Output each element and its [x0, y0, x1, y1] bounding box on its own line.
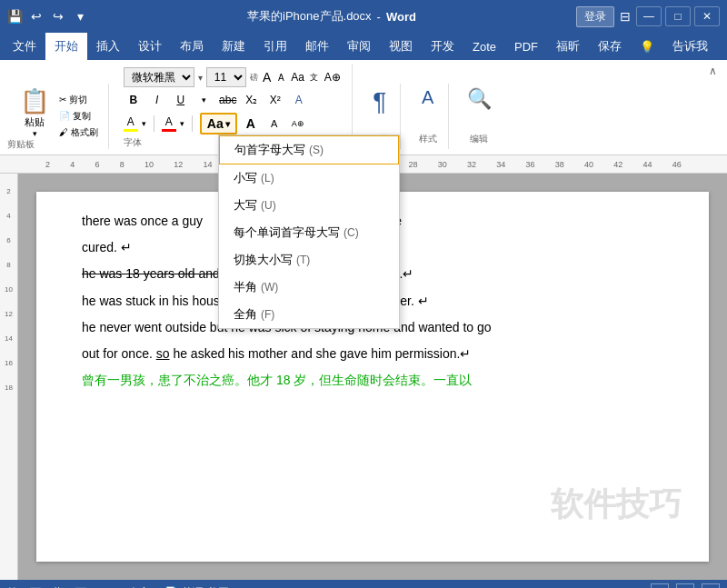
quick-access-arrow[interactable]: ▾	[73, 9, 87, 24]
ribbon-collapse-button[interactable]: ∧	[705, 64, 720, 78]
menu-insert[interactable]: 插入	[87, 33, 129, 60]
size-unit: 磅	[250, 72, 258, 84]
uppercase-item[interactable]: 大写 (U)	[219, 192, 399, 219]
menu-tell-me[interactable]: 告诉我	[663, 33, 717, 60]
menu-zote[interactable]: Zote	[463, 33, 505, 60]
title-bar: 💾 ↩ ↪ ▾ 苹果的iPhone产品.docx - Word 登录 ⊟ — □…	[0, 0, 727, 33]
close-button[interactable]: ✕	[694, 6, 720, 26]
login-button[interactable]: 登录	[576, 6, 614, 27]
font-row1: 微软雅黑 ▾ 11 磅 A A Aa 文 A⊕	[124, 67, 342, 87]
bold-button[interactable]: B	[124, 90, 144, 110]
font-color-button[interactable]: A	[162, 115, 176, 132]
sentence-case-item[interactable]: 句首字母大写 (S)	[219, 135, 399, 164]
styles-label: 样式	[419, 133, 437, 145]
left-ruler: 2 4 6 8 10 12 14 16 18	[0, 174, 18, 580]
styles-icon: A	[422, 87, 433, 108]
menu-develop[interactable]: 开发	[422, 33, 463, 60]
menu-idea-icon[interactable]: 💡	[631, 33, 663, 60]
clipboard-group: 📋 粘贴 ▾ ✂ 剪切 📄 复制 🖌 格式刷 剪贴板	[7, 84, 109, 149]
status-right: ▣ ▤ ▥	[651, 583, 720, 588]
menu-foxit[interactable]: 福昕	[547, 33, 589, 60]
change-case-button[interactable]: Aa▾	[200, 113, 237, 135]
full-width-item[interactable]: 全角 (F)	[219, 301, 399, 328]
strikethrough-button[interactable]: abc	[218, 90, 238, 110]
menu-save[interactable]: 保存	[589, 33, 631, 60]
change-case-dropdown: 句首字母大写 (S) 小写 (L) 大写 (U) 每个单词首字母大写 (C) 切…	[218, 135, 400, 329]
toggle-case-item[interactable]: 切换大小写 (T)	[219, 246, 399, 274]
underline-arrow[interactable]: ▾	[194, 90, 214, 110]
title-bar-center: 苹果的iPhone产品.docx - Word	[87, 8, 576, 25]
menu-layout[interactable]: 布局	[171, 33, 213, 60]
web-view-btn[interactable]: ▥	[702, 583, 720, 588]
font-decrease-btn[interactable]: A	[276, 67, 287, 87]
menu-home[interactable]: 开始	[45, 33, 87, 60]
save-icon[interactable]: 💾	[7, 9, 22, 24]
watermark: 软件技巧	[551, 475, 682, 534]
text-effect-button[interactable]: A	[289, 90, 309, 110]
separator1	[154, 115, 154, 132]
font-expand-btn[interactable]: A⊕	[288, 114, 308, 134]
status-bar: 第 1 页，共 4 页 1023 个字 📄 英语(美国) ▣ ▤ ▥	[0, 580, 727, 588]
title-bar-left: 💾 ↩ ↪ ▾	[7, 9, 87, 24]
font-size-label: ▾	[198, 73, 203, 83]
reading-view-btn[interactable]: ▤	[676, 583, 694, 588]
font-family-select[interactable]: 微软雅黑	[124, 67, 194, 87]
ribbon-icon[interactable]: ⊟	[618, 9, 632, 24]
superscript-button[interactable]: X²	[265, 90, 285, 110]
lowercase-item[interactable]: 小写 (L)	[219, 164, 399, 192]
doc-line-6: out for once. so he asked his mother and…	[82, 343, 663, 365]
ribbon: 📋 粘贴 ▾ ✂ 剪切 📄 复制 🖌 格式刷 剪贴板 微软雅黑 ▾ 11 磅 A	[0, 60, 727, 155]
redo-icon[interactable]: ↪	[51, 9, 65, 24]
editing-label: 编辑	[470, 133, 488, 145]
menu-file[interactable]: 文件	[4, 33, 45, 60]
menu-review[interactable]: 审阅	[338, 33, 380, 60]
font-row3: A ▾ A ▾ Aa▾ A A A⊕	[124, 113, 342, 135]
font-size-select[interactable]: 11	[206, 67, 246, 87]
half-width-item[interactable]: 半角 (W)	[219, 274, 399, 301]
phonetic-btn[interactable]: 文	[309, 67, 320, 87]
title-bar-right: 登录 ⊟ — □ ✕	[576, 6, 720, 27]
word-count: 1023 个字	[101, 585, 150, 589]
menu-references[interactable]: 引用	[254, 33, 296, 60]
paragraph-icon: ¶	[373, 87, 386, 116]
font-smaller-btn[interactable]: A	[264, 114, 284, 134]
subscript-button[interactable]: X₂	[242, 90, 262, 110]
font-row2: B I U ▾ abc X₂ X² A	[124, 90, 342, 110]
font-larger-btn[interactable]: A	[241, 114, 261, 134]
font-color-arrow[interactable]: ▾	[180, 119, 184, 128]
highlight-arrow[interactable]: ▾	[142, 119, 146, 128]
page-info: 第 1 页，共 4 页	[7, 585, 86, 589]
doc-line-chinese: 曾有一男孩，患了不治之癌。他才 18 岁，但生命随时会结束。一直以	[82, 369, 663, 392]
menu-new[interactable]: 新建	[213, 33, 254, 60]
menu-view[interactable]: 视图	[380, 33, 422, 60]
document-filename: 苹果的iPhone产品.docx	[247, 8, 372, 25]
clipboard-label: 剪贴板	[7, 138, 35, 151]
menu-pdf[interactable]: PDF	[505, 33, 547, 60]
font-controls: 微软雅黑 ▾ 11 磅 A A Aa 文 A⊕ B I U ▾ abc X₂	[124, 67, 342, 135]
italic-button[interactable]: I	[147, 90, 167, 110]
title-case-item[interactable]: 每个单词首字母大写 (C)	[219, 219, 399, 246]
highlight-color-button[interactable]: A	[124, 115, 138, 132]
editing-icon: 🔍	[467, 87, 492, 111]
menu-bar: 文件 开始 插入 设计 布局 新建 引用 邮件 审阅 视图 开发 Zote PD…	[0, 33, 727, 60]
menu-design[interactable]: 设计	[129, 33, 171, 60]
language-info: 📄 英语(美国)	[164, 585, 233, 589]
format-painter-button[interactable]: 🖌 格式刷	[56, 125, 101, 140]
clear-format-btn[interactable]: Aa	[290, 67, 305, 87]
font-increase-btn[interactable]: A	[262, 67, 273, 87]
separator2	[192, 115, 193, 132]
expand-font-btn[interactable]: A⊕	[324, 67, 342, 87]
cut-button[interactable]: ✂ 剪切	[56, 93, 101, 107]
menu-mailings[interactable]: 邮件	[296, 33, 338, 60]
print-view-btn[interactable]: ▣	[651, 583, 669, 588]
app-name: Word	[386, 10, 416, 24]
styles-group: A 样式	[408, 84, 449, 149]
underline-button[interactable]: U	[171, 90, 191, 110]
minimize-button[interactable]: —	[636, 6, 662, 26]
editing-group: 🔍 编辑	[456, 84, 503, 149]
copy-button[interactable]: 📄 复制	[56, 109, 101, 124]
maximize-button[interactable]: □	[665, 6, 691, 26]
undo-icon[interactable]: ↩	[29, 9, 44, 24]
font-group-label: 字体	[124, 136, 142, 149]
